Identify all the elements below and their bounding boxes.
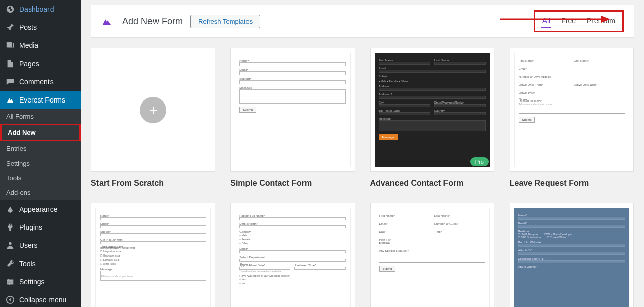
menu-plugins[interactable]: Plugins <box>0 218 81 236</box>
collapse-icon <box>5 295 15 305</box>
templates-grid-area[interactable]: + Start From Scratch Name* Email* Subjec… <box>81 38 644 307</box>
plugins-icon <box>5 222 15 232</box>
tools-icon <box>5 259 15 269</box>
dashboard-icon <box>5 4 15 14</box>
template-title: Start From Scratch <box>91 179 215 188</box>
pages-icon <box>5 59 15 69</box>
template-preview: Name* Email* Subject* Get in touch withO… <box>91 203 215 307</box>
template-leave-request[interactable]: First Name*Last Name* Email* Number of D… <box>510 48 634 188</box>
template-preview: Patient Full Name* Date of Birth* Gender… <box>230 203 355 307</box>
menu-label: Comments <box>19 78 54 86</box>
appearance-icon <box>5 204 15 214</box>
template-card[interactable]: Patient Full Name* Date of Birth* Gender… <box>230 203 355 307</box>
page-title: Add New Form <box>122 16 183 27</box>
menu-label: Settings <box>19 278 45 286</box>
svg-rect-3 <box>7 281 14 283</box>
template-preview: Name* Email* Position UX/UI DesignerWord… <box>510 203 634 307</box>
template-title: Advanced Contact Form <box>370 179 494 188</box>
header-bar: Add New Form Refresh Templates All Free … <box>91 5 634 38</box>
template-preview: Name* Email* Subject* Message Submit <box>230 48 355 172</box>
refresh-templates-button[interactable]: Refresh Templates <box>190 15 260 28</box>
everest-logo-icon <box>101 16 112 27</box>
submenu: All Forms Add New Entries Settings Tools… <box>0 109 81 200</box>
pro-badge: Pro <box>470 157 489 166</box>
sub-addons[interactable]: Add-ons <box>0 185 81 200</box>
sub-settings[interactable]: Settings <box>0 156 81 171</box>
menu-dashboard[interactable]: Dashboard <box>0 0 81 18</box>
admin-sidebar: Dashboard Posts Media Pages Comments Eve… <box>0 0 81 307</box>
plus-icon: + <box>140 97 166 123</box>
menu-label: Collapse menu <box>19 296 66 304</box>
svg-rect-5 <box>8 279 9 282</box>
template-title: Simple Contact Form <box>230 179 355 188</box>
menu-label: Plugins <box>19 223 42 231</box>
templates-grid: + Start From Scratch Name* Email* Subjec… <box>91 48 634 307</box>
svg-rect-7 <box>9 283 10 285</box>
main-content: Add New Form Refresh Templates All Free … <box>81 0 644 307</box>
menu-everest-forms[interactable]: Everest Forms <box>0 91 81 109</box>
sub-add-new[interactable]: Add New <box>0 124 81 141</box>
users-icon <box>5 240 15 250</box>
menu-settings[interactable]: Settings <box>0 273 81 291</box>
template-card[interactable]: First Name*Last Name* Email*Number of Gu… <box>370 203 494 307</box>
menu-appearance[interactable]: Appearance <box>0 200 81 218</box>
sub-tools[interactable]: Tools <box>0 171 81 185</box>
template-card[interactable]: Name* Email* Subject* Get in touch withO… <box>91 203 215 307</box>
menu-label: Users <box>19 241 38 249</box>
template-preview: First Name*Last Name* Email* Number of D… <box>510 48 634 172</box>
menu-users[interactable]: Users <box>0 236 81 254</box>
menu-tools[interactable]: Tools <box>0 254 81 273</box>
settings-icon <box>5 277 15 287</box>
menu-label: Everest Forms <box>19 96 65 104</box>
menu-label: Appearance <box>19 205 58 213</box>
menu-label: Posts <box>19 23 37 31</box>
menu-label: Tools <box>19 260 36 268</box>
template-title: Leave Request Form <box>510 179 634 188</box>
menu-media[interactable]: Media <box>0 36 81 55</box>
media-icon <box>5 40 15 50</box>
template-start-from-scratch[interactable]: + Start From Scratch <box>91 48 215 188</box>
svg-marker-10 <box>601 16 610 23</box>
template-card[interactable]: Name* Email* Position UX/UI DesignerWord… <box>510 203 634 307</box>
sub-entries[interactable]: Entries <box>0 141 81 156</box>
menu-collapse[interactable]: Collapse menu <box>0 291 81 307</box>
everest-icon <box>5 95 15 105</box>
menu-posts[interactable]: Posts <box>0 18 81 36</box>
menu-label: Media <box>19 41 38 49</box>
svg-rect-6 <box>11 281 12 283</box>
template-preview: First Name*Last Name* Email*Number of Gu… <box>370 203 494 307</box>
sub-all-forms[interactable]: All Forms <box>0 109 81 124</box>
menu-label: Dashboard <box>19 5 54 13</box>
menu-comments[interactable]: Comments <box>0 73 81 91</box>
svg-point-0 <box>10 43 12 45</box>
annotation-arrow-icon <box>500 14 611 24</box>
svg-point-1 <box>9 242 11 245</box>
menu-pages[interactable]: Pages <box>0 55 81 73</box>
template-simple-contact[interactable]: Name* Email* Subject* Message Submit Sim… <box>230 48 355 188</box>
menu-label: Pages <box>19 60 39 68</box>
comments-icon <box>5 77 15 87</box>
template-advanced-contact[interactable]: First NameLast Name Email Subject ● Male… <box>370 48 494 188</box>
template-preview: First NameLast Name Email Subject ● Male… <box>370 48 494 172</box>
pin-icon <box>5 22 15 32</box>
template-preview: + <box>91 48 215 172</box>
